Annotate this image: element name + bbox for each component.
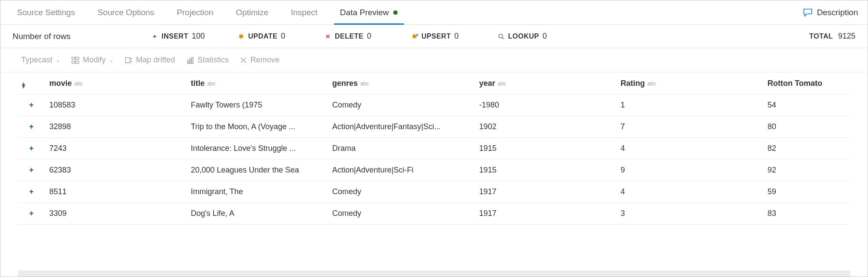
delete-icon: ✕ <box>324 33 331 40</box>
row-insert-icon: + <box>18 160 45 181</box>
svg-rect-9 <box>192 57 193 63</box>
cell-genres: Action|Adventure|Sci-Fi <box>328 160 475 181</box>
cell-year: -1980 <box>475 95 616 116</box>
row-insert-icon: + <box>18 116 45 138</box>
cell-movie: 62383 <box>45 160 187 181</box>
svg-rect-4 <box>72 61 75 63</box>
description-label: Description <box>817 8 858 17</box>
table-row[interactable]: +6238320,000 Leagues Under the SeaAction… <box>18 160 850 181</box>
tab-label: Projection <box>177 8 214 17</box>
col-rt[interactable]: Rotton Tomato <box>763 72 850 95</box>
sort-handle[interactable]: ▴▾ <box>18 72 45 95</box>
map-drifted-icon <box>125 56 133 64</box>
grid-toolbar: Typecast ⌄ Modify ⌄ Map drifted Statisti… <box>0 48 868 72</box>
typecast-button[interactable]: Typecast ⌄ <box>21 55 60 65</box>
row-stats-bar: Number of rows + INSERT 100 ✱ UPDATE 0 ✕… <box>0 25 868 48</box>
svg-line-1 <box>502 37 504 39</box>
map-drifted-button[interactable]: Map drifted <box>125 55 175 65</box>
cell-rt: 54 <box>763 95 850 116</box>
cell-rt: 82 <box>763 138 850 160</box>
header-row: ▴▾ movieabc titleabc genresabc yearabc R… <box>18 72 850 95</box>
tab-data-preview[interactable]: Data Preview <box>329 0 409 24</box>
cell-rating: 1 <box>616 95 763 116</box>
tab-label: Inspect <box>291 8 317 17</box>
col-title[interactable]: titleabc <box>186 72 328 95</box>
tab-label: Source Options <box>97 8 154 17</box>
stat-upsert: ✱+ UPSERT 0 <box>411 32 498 41</box>
stat-update: ✱ UPDATE 0 <box>238 32 324 41</box>
tab-label: Source Settings <box>17 8 75 17</box>
tab-source-settings[interactable]: Source Settings <box>6 0 86 24</box>
cell-title: Intolerance: Love's Struggle ... <box>186 138 328 160</box>
modify-icon <box>71 56 79 64</box>
status-dot-icon <box>393 10 398 15</box>
cell-title: 20,000 Leagues Under the Sea <box>186 160 328 181</box>
cell-movie: 32898 <box>45 116 187 138</box>
table-row[interactable]: +3309Dog's Life, AComedy1917383 <box>18 203 850 225</box>
cell-genres: Drama <box>328 138 475 160</box>
rows-title: Number of rows <box>13 32 151 41</box>
chevron-down-icon: ⌄ <box>56 57 60 63</box>
cell-movie: 8511 <box>45 181 187 203</box>
cell-movie: 3309 <box>45 203 187 225</box>
cell-rating: 7 <box>616 116 763 138</box>
remove-button[interactable]: Remove <box>240 55 279 65</box>
cell-title: Fawlty Towers (1975 <box>186 95 328 116</box>
statistics-icon <box>186 56 194 64</box>
cell-year: 1917 <box>475 181 616 203</box>
cell-rating: 4 <box>616 181 763 203</box>
tab-label: Optimize <box>236 8 269 17</box>
cell-movie: 108583 <box>45 95 187 116</box>
table-row[interactable]: +7243Intolerance: Love's Struggle ...Dra… <box>18 138 850 160</box>
svg-rect-3 <box>76 57 79 59</box>
table-row[interactable]: +8511Immigrant, TheComedy1917459 <box>18 181 850 203</box>
tab-optimize[interactable]: Optimize <box>225 0 280 24</box>
table-row[interactable]: +108583Fawlty Towers (1975Comedy-1980154 <box>18 95 850 116</box>
cell-rt: 80 <box>763 116 850 138</box>
tab-source-options[interactable]: Source Options <box>86 0 165 24</box>
data-grid: ▴▾ movieabc titleabc genresabc yearabc R… <box>0 72 868 270</box>
cell-rating: 3 <box>616 203 763 225</box>
cell-genres: Comedy <box>328 181 475 203</box>
sort-icon: ▴▾ <box>22 82 25 88</box>
chevron-down-icon: ⌄ <box>109 57 113 63</box>
cell-genres: Action|Adventure|Fantasy|Sci... <box>328 116 475 138</box>
svg-rect-7 <box>188 60 189 63</box>
svg-rect-5 <box>76 61 79 63</box>
description-button[interactable]: Description <box>803 8 858 17</box>
cell-movie: 7243 <box>45 138 187 160</box>
statistics-button[interactable]: Statistics <box>186 55 229 65</box>
svg-rect-6 <box>126 58 130 63</box>
horizontal-scrollbar[interactable] <box>18 270 850 277</box>
svg-rect-2 <box>72 57 75 59</box>
col-movie[interactable]: movieabc <box>45 72 187 95</box>
cell-rating: 4 <box>616 138 763 160</box>
cell-rt: 83 <box>763 203 850 225</box>
update-icon: ✱ <box>238 33 245 40</box>
row-insert-icon: + <box>18 95 45 116</box>
insert-icon: + <box>151 33 158 40</box>
lookup-icon <box>498 33 505 40</box>
modify-button[interactable]: Modify ⌄ <box>71 55 113 65</box>
tab-label: Data Preview <box>340 8 389 17</box>
tab-projection[interactable]: Projection <box>165 0 225 24</box>
cell-rating: 9 <box>616 160 763 181</box>
svg-rect-8 <box>190 59 191 63</box>
row-insert-icon: + <box>18 181 45 203</box>
cell-rt: 59 <box>763 181 850 203</box>
stat-total: TOTAL 9125 <box>810 32 855 41</box>
cell-rt: 92 <box>763 160 850 181</box>
cell-genres: Comedy <box>328 203 475 225</box>
col-genres[interactable]: genresabc <box>328 72 475 95</box>
cell-title: Dog's Life, A <box>186 203 328 225</box>
tab-inspect[interactable]: Inspect <box>280 0 329 24</box>
stat-lookup: LOOKUP 0 <box>498 32 584 41</box>
row-insert-icon: + <box>18 203 45 225</box>
table-row[interactable]: +32898Trip to the Moon, A (Voyage ...Act… <box>18 116 850 138</box>
cell-title: Trip to the Moon, A (Voyage ... <box>186 116 328 138</box>
col-year[interactable]: yearabc <box>475 72 616 95</box>
cell-year: 1902 <box>475 116 616 138</box>
stat-insert: + INSERT 100 <box>151 32 238 41</box>
remove-icon <box>240 57 247 64</box>
col-rating[interactable]: Ratingabc <box>616 72 763 95</box>
